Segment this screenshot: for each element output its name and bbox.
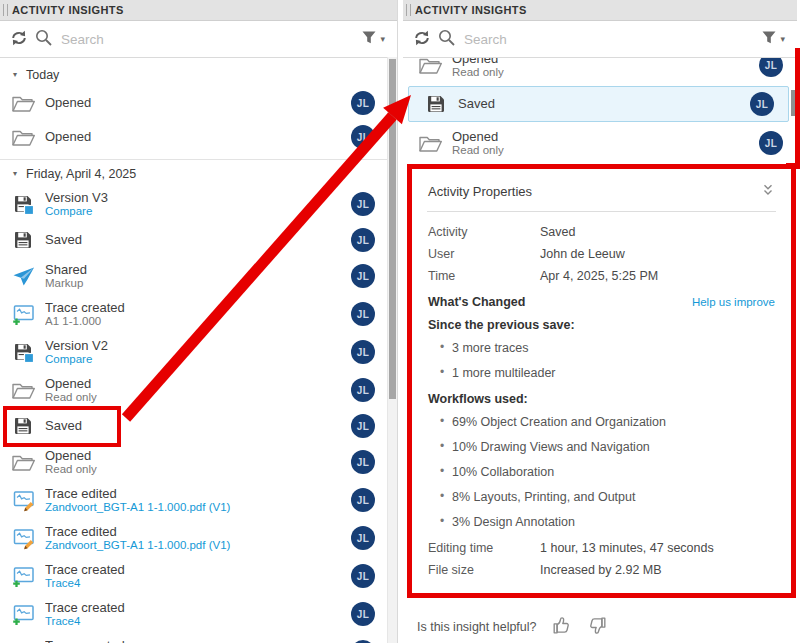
feedback-row: Is this insight helpful?	[417, 614, 797, 640]
bullet-item: 8% Layouts, Printing, and Output	[427, 484, 776, 509]
feedback-question: Is this insight helpful?	[417, 620, 537, 634]
activity-item-trace-created[interactable]: Trace createdTrace4JL	[0, 595, 397, 633]
activity-item-text: OpenedRead only	[452, 58, 759, 79]
activity-item-title: Saved	[45, 232, 351, 247]
activity-item-trace-edited[interactable]: Trace editedZandvoort_BGT-A1 1-1.000.pdf…	[0, 481, 397, 519]
filter-button[interactable]: ▾	[761, 30, 785, 49]
search-input[interactable]	[59, 31, 354, 48]
activity-item-text: Trace editedZandvoort_BGT-A1 1-1.000.pdf…	[45, 524, 351, 553]
filter-button[interactable]: ▾	[361, 30, 385, 49]
activity-item-title: Opened	[45, 95, 351, 110]
activity-item-subtitle: Markup	[45, 277, 351, 291]
activity-item-title: Opened	[452, 129, 759, 144]
activity-group: ▾Friday, April 4, 2025Version V3CompareJ…	[0, 159, 397, 643]
trace-edited-icon	[10, 527, 36, 550]
refresh-button[interactable]	[413, 30, 431, 49]
activity-item-version-v2[interactable]: Version V2CompareJL	[0, 333, 397, 371]
property-value: Increased by 2.92 MB	[540, 563, 662, 577]
activity-item-trace-edited[interactable]: Trace editedZandvoort_BGT-A1 1-1.000.pdf…	[0, 519, 397, 557]
thumb-up-button[interactable]	[550, 614, 573, 640]
activity-item-title: Opened	[45, 448, 351, 463]
filter-icon	[361, 30, 377, 49]
activity-item-opened[interactable]: OpenedRead onlyJL	[403, 124, 797, 162]
chevron-double-down-icon[interactable]	[761, 183, 775, 200]
user-avatar: JL	[351, 192, 375, 216]
right-panel-toolbar: ▾	[403, 21, 797, 58]
activity-item-version-v3[interactable]: Version V3CompareJL	[0, 185, 397, 223]
activity-item-trace-created[interactable]: Trace createdA1 1-1.000JL	[0, 295, 397, 333]
activity-item-link[interactable]: Compare	[45, 205, 351, 219]
activity-item-trace-created[interactable]: Trace createdTrace4JL	[0, 557, 397, 595]
activity-item-title: Saved	[458, 96, 750, 111]
refresh-button[interactable]	[10, 30, 28, 49]
user-avatar: JL	[351, 414, 375, 438]
group-header-today[interactable]: ▾Today	[0, 63, 397, 86]
property-row-editing-time: Editing time1 hour, 13 minutes, 47 secon…	[427, 537, 776, 559]
user-avatar: JL	[351, 450, 375, 474]
activity-item-opened[interactable]: OpenedRead onlyJL	[0, 443, 397, 481]
trace-edited-icon	[10, 489, 36, 512]
trace-created-icon	[10, 303, 36, 326]
trace-created-icon	[10, 603, 36, 626]
user-avatar: JL	[351, 340, 375, 364]
activity-item-title: Trace created	[45, 300, 351, 315]
activity-properties-title: Activity Properties	[428, 184, 532, 199]
activity-item-link[interactable]: Zandvoort_BGT-A1 1-1.000.pdf (V1)	[45, 501, 351, 515]
workflow-bullet-list: 69% Object Creation and Organization10% …	[427, 409, 776, 534]
bullet-item: 69% Object Creation and Organization	[427, 409, 776, 434]
activity-item-title: Trace edited	[45, 524, 351, 539]
group-label: Today	[26, 68, 59, 82]
thumb-down-button[interactable]	[586, 614, 609, 640]
bullet-item: 3% Design Annotation	[427, 509, 776, 534]
activity-item-title: Trace created	[45, 562, 351, 577]
folder-open-icon	[10, 380, 36, 401]
panel-grip-handle[interactable]	[406, 4, 411, 16]
property-value: 1 hour, 13 minutes, 47 seconds	[540, 541, 714, 555]
right-activity-insights-panel: ACTIVITY INSIGHTS ▾ OpenedRead onlyJLSav…	[403, 0, 797, 643]
user-avatar: JL	[351, 228, 375, 252]
caret-down-icon: ▾	[380, 35, 385, 44]
caret-down-icon: ▾	[780, 35, 785, 44]
activity-item-opened[interactable]: OpenedJL	[0, 86, 397, 120]
activity-item-opened[interactable]: OpenedJL	[0, 120, 397, 154]
activity-item-link[interactable]: Zandvoort_BGT-A1 1-1.000.pdf (V1)	[45, 539, 351, 553]
activity-item-link[interactable]: Trace4	[45, 615, 351, 629]
activity-item-text: Trace createdTrace4	[45, 562, 351, 591]
left-scrollbar[interactable]	[387, 57, 397, 643]
search-input[interactable]	[462, 31, 754, 48]
activity-item-link[interactable]: Compare	[45, 353, 351, 367]
panel-grip-handle[interactable]	[3, 4, 8, 16]
activity-item-saved[interactable]: SavedJL	[408, 86, 789, 122]
property-row-time: TimeApr 4, 2025, 5:25 PM	[427, 265, 776, 287]
left-scrollbar-thumb[interactable]	[389, 59, 396, 399]
user-avatar: JL	[351, 302, 375, 326]
right-panel-titlebar: ACTIVITY INSIGHTS	[403, 0, 797, 21]
group-label: Friday, April 4, 2025	[26, 167, 136, 181]
help-us-improve-link[interactable]: Help us improve	[692, 296, 775, 308]
left-panel-titlebar: ACTIVITY INSIGHTS	[0, 0, 397, 21]
activity-item-shared[interactable]: SharedMarkupJL	[0, 257, 397, 295]
activity-item-saved[interactable]: SavedJL	[0, 409, 397, 443]
property-row-activity: ActivitySaved	[427, 221, 776, 243]
activity-properties-panel: Activity Properties ActivitySavedUserJoh…	[407, 164, 796, 598]
property-label: Activity	[428, 225, 540, 239]
properties-rows: ActivitySavedUserJohn de LeeuwTimeApr 4,…	[427, 221, 776, 287]
activity-item-opened[interactable]: OpenedRead onlyJL	[403, 58, 797, 84]
activity-item-text: Trace editedZandvoort_BGT-A1 1-1.000.pdf…	[45, 486, 351, 515]
activity-item-title: Trace created	[45, 600, 351, 615]
user-avatar: JL	[759, 58, 783, 77]
bullet-item: 10% Collaboration	[427, 459, 776, 484]
properties-footer-rows: Editing time1 hour, 13 minutes, 47 secon…	[427, 537, 776, 581]
activity-item-saved[interactable]: SavedJL	[0, 223, 397, 257]
right-scrollbar-thumb[interactable]	[791, 90, 797, 116]
activity-item-link[interactable]: Trace4	[45, 577, 351, 591]
user-avatar: JL	[750, 92, 774, 116]
activity-item-opened[interactable]: OpenedRead onlyJL	[0, 371, 397, 409]
activity-item-title: Version V3	[45, 190, 351, 205]
bullet-item: 10% Drawing Views and Navigation	[427, 434, 776, 459]
activity-item-trace-created[interactable]: Trace createdTrace4JL	[0, 633, 397, 643]
group-header-date[interactable]: ▾Friday, April 4, 2025	[0, 162, 397, 185]
property-row-file-size: File sizeIncreased by 2.92 MB	[427, 559, 776, 581]
property-row-user: UserJohn de Leeuw	[427, 243, 776, 265]
user-avatar: JL	[759, 131, 783, 155]
